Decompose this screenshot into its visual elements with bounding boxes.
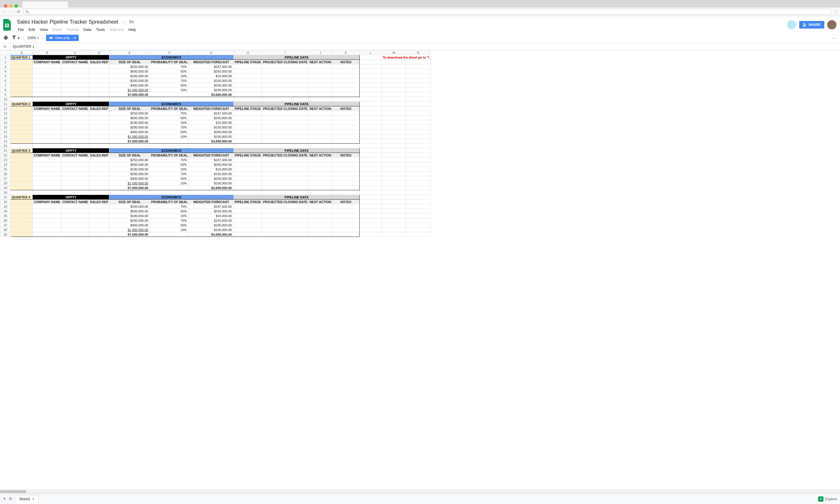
cell[interactable] (234, 65, 262, 69)
cell[interactable] (308, 204, 332, 209)
reload-button[interactable]: ⟳ (16, 9, 21, 14)
cell[interactable]: PROBABILITY OF DEAL (150, 106, 189, 111)
cell[interactable] (61, 181, 89, 185)
cell[interactable] (360, 78, 382, 83)
cell[interactable] (262, 204, 309, 209)
cell[interactable] (61, 158, 89, 162)
row-header-32[interactable]: 32 (0, 200, 11, 204)
star-icon[interactable]: ☆ (122, 19, 126, 25)
row-header-16[interactable]: 16 (0, 125, 11, 130)
cell[interactable]: 75% (150, 78, 189, 83)
menu-help[interactable]: Help (126, 26, 138, 33)
cell[interactable] (189, 190, 234, 195)
cell[interactable] (89, 209, 109, 214)
cell[interactable] (382, 153, 406, 158)
cell[interactable] (61, 190, 89, 195)
cell[interactable]: PIPELINE STAGE (234, 60, 262, 65)
cell[interactable] (61, 83, 89, 88)
cell[interactable] (234, 69, 262, 74)
cell[interactable] (61, 144, 89, 148)
cell[interactable] (33, 125, 61, 130)
cell[interactable]: CONTACT NAME (61, 200, 89, 204)
cell[interactable]: OPPTY (33, 148, 109, 153)
cell[interactable] (33, 120, 61, 125)
cell[interactable] (234, 228, 262, 232)
cell[interactable] (89, 172, 109, 176)
cell[interactable]: $400,000.00 (109, 223, 150, 228)
row-header-37[interactable]: 37 (0, 223, 11, 228)
account-avatar[interactable] (827, 20, 837, 30)
cell[interactable] (89, 223, 109, 228)
cell[interactable]: 10% (150, 167, 189, 172)
browser-tab[interactable] (22, 1, 69, 7)
cell[interactable]: PROJECTED CLOSING DATE (262, 106, 309, 111)
cell[interactable] (360, 83, 382, 88)
cell[interactable] (89, 97, 109, 102)
cell[interactable] (262, 181, 309, 185)
cell[interactable]: To download the sheet go to "I (382, 55, 430, 60)
cell[interactable] (382, 78, 406, 83)
cell[interactable]: SIZE OF DEAL (109, 153, 150, 158)
cell[interactable] (360, 148, 382, 153)
cell[interactable] (234, 214, 262, 218)
row-header-18[interactable]: 18 (0, 134, 11, 139)
cell[interactable]: COMPANY NAME (33, 153, 61, 158)
cell[interactable]: $400,000.00 (109, 176, 150, 181)
cell[interactable] (382, 125, 406, 130)
cell[interactable]: $7,000,000.00 (109, 185, 150, 190)
cell[interactable]: SIZE OF DEAL (109, 60, 150, 65)
cell[interactable] (11, 97, 33, 102)
cell[interactable]: $200,000.00 (109, 78, 150, 83)
cell[interactable] (234, 185, 262, 190)
cell[interactable]: SALES REP (89, 60, 109, 65)
cell[interactable] (308, 120, 332, 125)
cell[interactable] (89, 134, 109, 139)
cell[interactable] (234, 218, 262, 223)
cell[interactable] (33, 204, 61, 209)
cell[interactable]: WEIGHTED FORECAST (189, 200, 234, 204)
cell[interactable] (360, 214, 382, 218)
cell[interactable] (61, 125, 89, 130)
cell[interactable] (360, 209, 382, 214)
cell[interactable]: $100,000.00 (189, 88, 234, 92)
select-all-cell[interactable] (0, 50, 11, 55)
row-header-22[interactable]: 22 (0, 153, 11, 158)
cell[interactable] (262, 167, 309, 172)
share-button[interactable]: SHARE (799, 21, 824, 29)
cell[interactable]: $1,000,000.00 (109, 228, 150, 232)
cell[interactable]: $187,500.00 (189, 111, 234, 116)
cell[interactable] (332, 139, 360, 144)
row-header-31[interactable]: 31 (0, 195, 11, 200)
cell[interactable] (234, 223, 262, 228)
row-header-13[interactable]: 13 (0, 111, 11, 116)
cell[interactable] (262, 69, 309, 74)
cell[interactable] (332, 97, 360, 102)
cell[interactable] (61, 134, 89, 139)
row-header-15[interactable]: 15 (0, 120, 11, 125)
cell[interactable]: 50% (150, 176, 189, 181)
cell[interactable]: $500,000.00 (109, 116, 150, 120)
cell[interactable] (382, 172, 406, 176)
cell[interactable] (33, 181, 61, 185)
cell[interactable] (11, 120, 33, 125)
row-header-28[interactable]: 28 (0, 181, 11, 185)
cell[interactable]: 75% (150, 65, 189, 69)
cell[interactable] (360, 69, 382, 74)
cell[interactable] (33, 92, 61, 97)
cell[interactable] (234, 167, 262, 172)
cell[interactable] (308, 78, 332, 83)
cell[interactable] (33, 176, 61, 181)
cell[interactable] (360, 111, 382, 116)
cell[interactable] (262, 97, 309, 102)
cell[interactable]: PIPELINE DATA (234, 148, 360, 153)
cell[interactable]: $10,000.00 (189, 74, 234, 78)
cell[interactable]: $250,000.00 (109, 65, 150, 69)
cell[interactable]: 10% (150, 74, 189, 78)
cell[interactable] (308, 111, 332, 116)
cell[interactable] (61, 111, 89, 116)
cell[interactable] (360, 125, 382, 130)
cell[interactable] (234, 144, 262, 148)
explore-button[interactable]: ✦ Explore (818, 497, 837, 502)
cell[interactable] (262, 209, 309, 214)
cell[interactable] (308, 181, 332, 185)
